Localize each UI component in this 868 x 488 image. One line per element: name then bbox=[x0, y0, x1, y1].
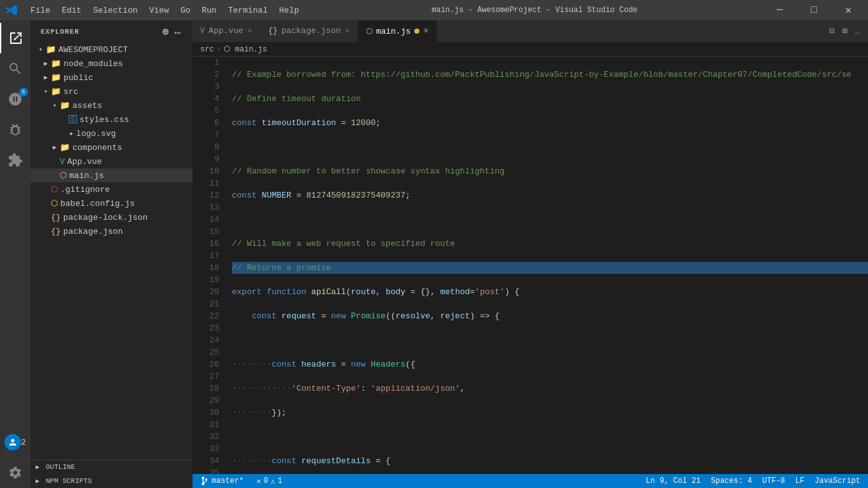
menu-selection[interactable]: Selection bbox=[88, 3, 142, 18]
breadcrumb-src[interactable]: src bbox=[200, 45, 214, 54]
outline-label: OUTLINE bbox=[46, 463, 75, 471]
tree-item-public[interactable]: ▶ 📁 public bbox=[31, 71, 193, 85]
error-icon: ✕ bbox=[256, 477, 261, 486]
tree-item-package-json[interactable]: ▶ {} package.json bbox=[31, 224, 193, 238]
menu-bar: File Edit Selection View Go Run Terminal… bbox=[25, 3, 304, 18]
tree-item-node-modules[interactable]: ▶ 📁 node_modules bbox=[31, 57, 193, 71]
tab-main-js[interactable]: ⬡ main.js × bbox=[358, 20, 437, 42]
tab-actions: ⊟ ⊞ … bbox=[822, 20, 868, 42]
minimize-button[interactable]: ─ bbox=[765, 0, 794, 20]
errors-warnings-status[interactable]: ✕ 0 ⚠ 1 bbox=[254, 477, 285, 486]
tree-item-styles-css[interactable]: ▶ 🅂 styles.css bbox=[31, 112, 193, 126]
title-bar: File Edit Selection View Go Run Terminal… bbox=[0, 0, 868, 20]
menu-go[interactable]: Go bbox=[175, 3, 196, 18]
indentation-status[interactable]: Spaces: 4 bbox=[709, 477, 755, 485]
breadcrumb-file[interactable]: main.js bbox=[235, 45, 267, 54]
tree-item-main-js[interactable]: ▶ ⬡ main.js bbox=[31, 168, 193, 182]
new-file-button[interactable]: ⊕ bbox=[161, 24, 171, 39]
tab-package-json[interactable]: {} package.json × bbox=[261, 20, 358, 42]
git-badge: 6 bbox=[19, 88, 28, 97]
code-content[interactable]: // Example borrowed from: https://github… bbox=[226, 57, 868, 474]
logo-svg-label: logo.svg bbox=[76, 129, 116, 139]
menu-edit[interactable]: Edit bbox=[57, 3, 86, 18]
activity-settings[interactable] bbox=[0, 458, 31, 488]
encoding-status[interactable]: UTF-8 bbox=[760, 477, 788, 485]
warning-icon: ⚠ bbox=[271, 477, 275, 486]
line-ending-status[interactable]: LF bbox=[793, 477, 807, 485]
tab-app-vue[interactable]: V App.vue × bbox=[193, 20, 261, 42]
tree-item-gitignore[interactable]: ▶ ⬡ .gitignore bbox=[31, 182, 193, 196]
activity-bar: 6 2 bbox=[0, 20, 31, 488]
app-vue-tab-icon: V bbox=[200, 27, 205, 36]
tree-item-package-lock[interactable]: ▶ {} package-lock.json bbox=[31, 210, 193, 224]
sidebar-header: EXPLORER ⊕ … bbox=[31, 20, 193, 43]
cursor-position-status[interactable]: Ln 9, Col 21 bbox=[643, 477, 703, 485]
tree-item-app-vue[interactable]: ▶ V App.vue bbox=[31, 154, 193, 168]
menu-file[interactable]: File bbox=[25, 3, 55, 18]
maximize-button[interactable]: □ bbox=[799, 0, 829, 20]
tabs-bar: V App.vue × {} package.json × ⬡ main.js … bbox=[193, 20, 868, 43]
code-line-4 bbox=[232, 141, 868, 153]
app-container: 6 2 bbox=[0, 20, 868, 488]
close-button[interactable]: ✕ bbox=[834, 0, 863, 20]
outline-section[interactable]: ▶ OUTLINE bbox=[31, 460, 193, 474]
git-branch-name: master* bbox=[212, 477, 243, 485]
activity-explorer[interactable] bbox=[0, 23, 31, 53]
project-root[interactable]: ▾ 📁 AWESOMEPROJECT bbox=[31, 43, 193, 57]
close-tab-main-js[interactable]: × bbox=[423, 26, 428, 36]
split-editor-button[interactable]: ⊟ bbox=[827, 24, 837, 37]
tree-item-src[interactable]: ▾ 📁 src bbox=[31, 85, 193, 98]
account-badge: 2 bbox=[21, 438, 26, 447]
warning-count: 1 bbox=[278, 477, 282, 485]
activity-search[interactable] bbox=[0, 53, 31, 84]
more-actions-button[interactable]: … bbox=[173, 24, 182, 39]
menu-terminal[interactable]: Terminal bbox=[223, 3, 273, 18]
layout-button[interactable]: ⊞ bbox=[839, 24, 850, 37]
menu-run[interactable]: Run bbox=[196, 3, 221, 18]
breadcrumb-file-icon: ⬡ bbox=[224, 44, 230, 54]
more-tab-actions[interactable]: … bbox=[853, 25, 863, 37]
code-line-6: const NUMBER = 81274509182375409237; bbox=[232, 189, 868, 201]
code-line-5: // Random number to better showcase synt… bbox=[232, 165, 868, 177]
language-label: JavaScript bbox=[815, 477, 860, 485]
tree-item-logo-svg[interactable]: ▶ ✦ logo.svg bbox=[31, 126, 193, 140]
activity-debug[interactable] bbox=[0, 114, 31, 145]
sidebar-actions: ⊕ … bbox=[161, 24, 182, 39]
tree-item-babel-config[interactable]: ▶ ⬡ babel.config.js bbox=[31, 196, 193, 210]
git-branch-status[interactable]: master* bbox=[198, 477, 246, 485]
activity-bottom: 2 bbox=[0, 427, 31, 488]
window-controls: ─ □ ✕ bbox=[765, 0, 863, 20]
tree-item-components[interactable]: ▶ 📁 components bbox=[31, 140, 193, 154]
main-js-tab-icon: ⬡ bbox=[366, 27, 372, 36]
gitignore-label: .gitignore bbox=[60, 185, 110, 194]
src-label: src bbox=[64, 87, 78, 97]
npm-scripts-label: NPM SCRIPTS bbox=[46, 477, 92, 485]
menu-help[interactable]: Help bbox=[274, 3, 304, 18]
close-tab-package-json[interactable]: × bbox=[344, 26, 349, 36]
tree-item-assets[interactable]: ▾ 📁 assets bbox=[31, 98, 193, 112]
sidebar-footer: ▶ OUTLINE ▶ NPM SCRIPTS bbox=[31, 459, 193, 488]
activity-git[interactable]: 6 bbox=[0, 84, 31, 114]
menu-view[interactable]: View bbox=[144, 3, 174, 18]
code-line-7 bbox=[232, 214, 868, 226]
package-json-label: package.json bbox=[64, 227, 123, 236]
status-right: Ln 9, Col 21 Spaces: 4 UTF-8 LF JavaScri… bbox=[643, 477, 863, 485]
file-tree: ▾ 📁 AWESOMEPROJECT ▶ 📁 node_modules ▶ 📁 … bbox=[31, 43, 193, 459]
close-tab-app-vue[interactable]: × bbox=[247, 26, 252, 36]
breadcrumb: src › ⬡ main.js bbox=[193, 43, 868, 57]
assets-label: assets bbox=[72, 101, 102, 111]
language-status[interactable]: JavaScript bbox=[812, 477, 863, 485]
code-line-11: const request = new Promise((resolve, re… bbox=[232, 310, 868, 322]
line-numbers: 12345 678910 1112131415 1617181920 21222… bbox=[193, 57, 226, 474]
npm-scripts-section[interactable]: ▶ NPM SCRIPTS bbox=[31, 474, 193, 488]
title-bar-left: File Edit Selection View Go Run Terminal… bbox=[5, 3, 304, 18]
project-name: AWESOMEPROJECT bbox=[58, 45, 128, 55]
status-left: master* ✕ 0 ⚠ 1 bbox=[198, 477, 285, 486]
avatar bbox=[4, 434, 21, 451]
editor-area: V App.vue × {} package.json × ⬡ main.js … bbox=[193, 20, 868, 488]
code-editor[interactable]: 12345 678910 1112131415 1617181920 21222… bbox=[193, 57, 868, 474]
package-json-tab-icon: {} bbox=[268, 27, 277, 36]
code-line-16 bbox=[232, 431, 868, 443]
activity-extensions[interactable] bbox=[0, 145, 31, 175]
account-button[interactable]: 2 bbox=[0, 427, 31, 458]
